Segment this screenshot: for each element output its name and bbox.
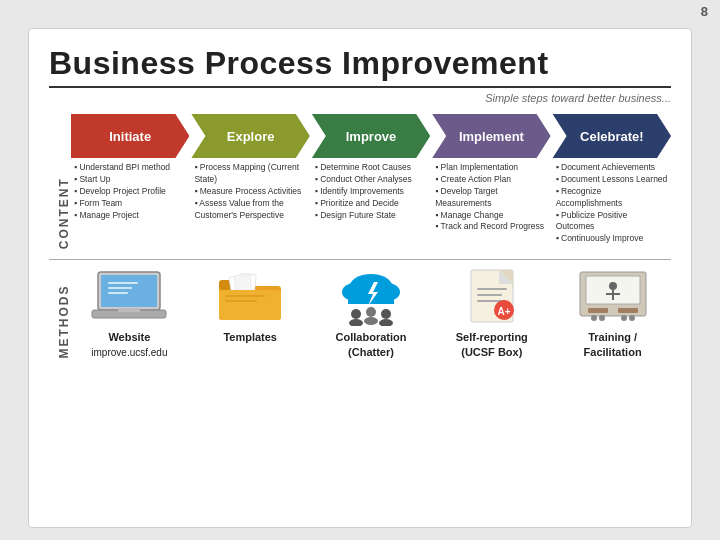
list-item: Manage Change (435, 210, 547, 222)
arrow-explore: Explore (191, 114, 309, 158)
svg-rect-13 (225, 295, 265, 297)
svg-point-21 (349, 319, 363, 326)
svg-rect-29 (477, 288, 507, 290)
svg-rect-3 (118, 308, 140, 312)
svg-point-39 (599, 315, 605, 321)
bullet-col-celebrate: Document Achievements Document Lessons L… (553, 158, 671, 249)
method-self-reporting: A+ Self-reporting(UCSF Box) (433, 266, 550, 359)
svg-rect-5 (108, 287, 132, 289)
svg-point-22 (366, 307, 376, 317)
list-item: Prioritize and Decide (315, 198, 427, 210)
bullet-col-improve: Determine Root Causes Conduct Other Anal… (312, 158, 430, 249)
method-training: Training /Facilitation (554, 266, 671, 359)
list-item: Design Future State (315, 210, 427, 222)
svg-rect-12 (219, 290, 281, 320)
list-item: Assess Value from the Customer's Perspec… (194, 198, 306, 222)
method-self-reporting-label: Self-reporting(UCSF Box) (456, 330, 528, 359)
list-item: Develop Project Profile (74, 186, 186, 198)
method-website-label: Websiteimprove.ucsf.edu (91, 330, 167, 359)
chatter-icon (331, 266, 411, 326)
methods-items: Websiteimprove.ucsf.edu (71, 266, 671, 359)
list-item: Process Mapping (Current State) (194, 162, 306, 186)
svg-point-23 (364, 317, 378, 325)
list-item: Continuously Improve (556, 233, 668, 245)
list-item: Determine Root Causes (315, 162, 427, 174)
bullet-col-implement: Plan Implementation Create Action Plan D… (432, 158, 550, 249)
list-item: Form Team (74, 198, 186, 210)
bullet-col-explore: Process Mapping (Current State) Measure … (191, 158, 309, 249)
svg-rect-14 (225, 300, 257, 302)
training-icon (573, 266, 653, 326)
methods-section: METHODS (49, 266, 671, 359)
bullet-col-initiate: Understand BPI method Start Up Develop P… (71, 158, 189, 249)
method-templates: Templates (192, 266, 309, 359)
list-item: Document Lessons Learned (556, 174, 668, 186)
subtitle: Simple steps toward better business... (49, 92, 671, 104)
method-website: Websiteimprove.ucsf.edu (71, 266, 188, 359)
svg-rect-36 (588, 308, 608, 313)
svg-rect-1 (101, 275, 157, 307)
svg-point-20 (351, 309, 361, 319)
section-divider (49, 259, 671, 260)
list-item: Manage Project (74, 210, 186, 222)
main-title: Business Process Improvement (49, 45, 549, 82)
method-templates-label: Templates (223, 330, 277, 344)
list-item: Identify Improvements (315, 186, 427, 198)
svg-point-24 (381, 309, 391, 319)
arrow-improve: Improve (312, 114, 430, 158)
svg-text:A+: A+ (497, 306, 510, 317)
svg-point-42 (609, 282, 617, 290)
svg-rect-30 (477, 294, 502, 296)
list-item: Plan Implementation (435, 162, 547, 174)
content-section: CONTENT Initiate Explore Improve Impleme… (49, 114, 671, 249)
list-item: Recognize Accomplishments (556, 186, 668, 210)
method-collaboration-label: Collaboration(Chatter) (336, 330, 407, 359)
svg-point-25 (379, 319, 393, 326)
list-item: Publicize Positive Outcomes (556, 210, 668, 234)
method-training-label: Training /Facilitation (584, 330, 642, 359)
arrow-celebrate: Celebrate! (553, 114, 671, 158)
svg-point-41 (629, 315, 635, 321)
method-collaboration: Collaboration(Chatter) (313, 266, 430, 359)
laptop-icon (89, 266, 169, 326)
svg-point-40 (621, 315, 627, 321)
report-icon: A+ (452, 266, 532, 326)
list-item: Document Achievements (556, 162, 668, 174)
methods-label: METHODS (49, 266, 71, 359)
list-item: Develop Target Measurements (435, 186, 547, 210)
list-item: Conduct Other Analyses (315, 174, 427, 186)
content-label: CONTENT (49, 114, 71, 249)
svg-point-38 (591, 315, 597, 321)
list-item: Track and Record Progress (435, 221, 547, 233)
page-number: 8 (701, 4, 708, 19)
bullets-row: Understand BPI method Start Up Develop P… (71, 158, 671, 249)
arrow-implement: Implement (432, 114, 550, 158)
list-item: Measure Process Activities (194, 186, 306, 198)
svg-rect-37 (618, 308, 638, 313)
list-item: Start Up (74, 174, 186, 186)
title-row: Business Process Improvement (49, 45, 671, 88)
arrows-row: Initiate Explore Improve Implement Celeb… (71, 114, 671, 158)
list-item: Create Action Plan (435, 174, 547, 186)
folder-icon (210, 266, 290, 326)
main-card: Business Process Improvement Simple step… (28, 28, 692, 528)
list-item: Understand BPI method (74, 162, 186, 174)
svg-rect-6 (108, 292, 128, 294)
svg-rect-4 (108, 282, 138, 284)
arrow-initiate: Initiate (71, 114, 189, 158)
